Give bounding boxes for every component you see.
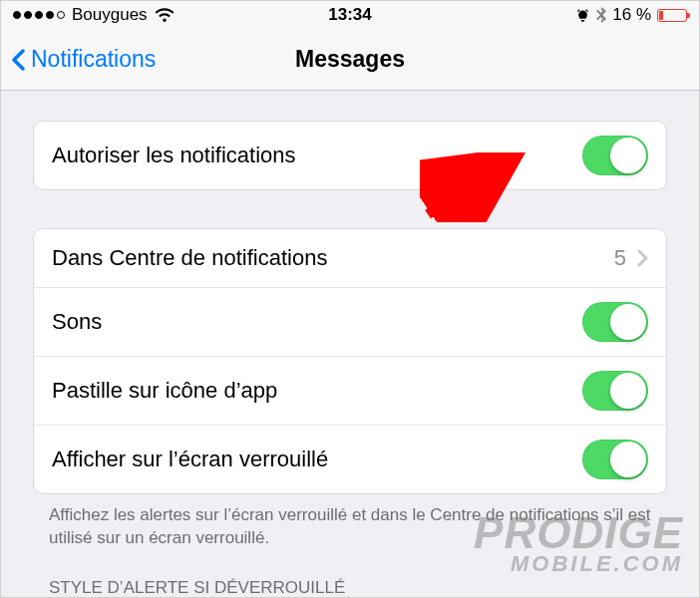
clock: 13:34 <box>328 5 371 25</box>
badge-label: Pastille sur icône d’app <box>52 378 582 404</box>
wifi-icon <box>155 8 175 23</box>
back-label: Notifications <box>31 46 156 73</box>
row-allow-notifications: Autoriser les notifications <box>34 122 666 189</box>
badge-toggle[interactable] <box>582 371 648 411</box>
section-header-alert-style: STYLE D’ALERTE SI DÉVERROUILLÉ <box>49 578 651 598</box>
allow-notifications-label: Autoriser les notifications <box>52 143 582 168</box>
allow-notifications-toggle[interactable] <box>582 136 648 175</box>
sounds-toggle[interactable] <box>582 302 648 342</box>
bluetooth-icon <box>596 7 606 23</box>
group-allow: Autoriser les notifications <box>33 121 667 190</box>
row-sounds: Sons <box>34 287 666 356</box>
row-lockscreen: Afficher sur l’écran verrouillé <box>34 425 666 493</box>
content: Autoriser les notifications Dans Centre … <box>1 91 699 598</box>
status-bar: Bouygues 13:34 16 % <box>1 1 699 29</box>
row-notification-center[interactable]: Dans Centre de notifications 5 <box>34 229 666 287</box>
footer-help-text: Affichez les alertes sur l’écran verroui… <box>49 504 651 550</box>
alarm-icon <box>575 8 590 23</box>
row-badge: Pastille sur icône d’app <box>34 356 666 425</box>
battery-icon <box>657 9 687 22</box>
lockscreen-label: Afficher sur l’écran verrouillé <box>52 447 582 472</box>
chevron-right-icon <box>636 249 648 267</box>
nav-bar: Notifications Messages <box>1 29 699 91</box>
back-button[interactable]: Notifications <box>11 29 156 90</box>
lockscreen-toggle[interactable] <box>582 440 648 479</box>
signal-strength-icon <box>13 11 65 19</box>
sounds-label: Sons <box>52 309 582 335</box>
settings-screen: Bouygues 13:34 16 % Notifications Messag… <box>0 0 700 598</box>
notification-center-label: Dans Centre de notifications <box>52 245 614 271</box>
notification-center-value: 5 <box>614 245 626 271</box>
status-left: Bouygues <box>13 5 328 25</box>
status-right: 16 % <box>372 5 687 25</box>
page-title: Messages <box>295 46 405 73</box>
chevron-left-icon <box>11 48 27 72</box>
battery-percent: 16 % <box>612 5 651 25</box>
carrier-label: Bouygues <box>72 5 148 25</box>
group-options: Dans Centre de notifications 5 Sons Past… <box>33 228 667 494</box>
